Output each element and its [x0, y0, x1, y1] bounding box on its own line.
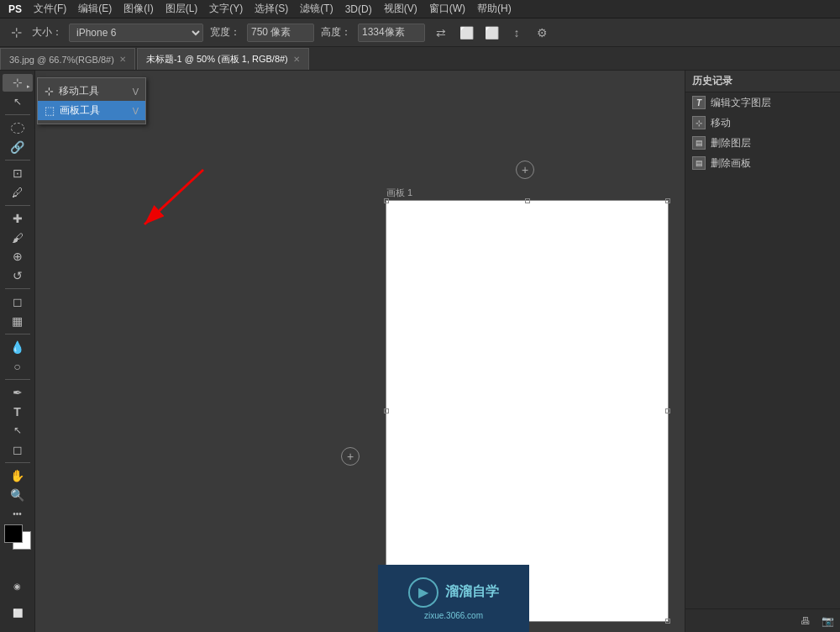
main-area: ⊹ ▸ ↖ 🔗 ⊡ 🖊 ✚ 🖌 ⊕ [0, 71, 840, 632]
tool-history-brush[interactable]: ↺ [3, 267, 33, 285]
tool-move[interactable]: ⊹ ▸ [3, 74, 33, 92]
handle-tl [384, 198, 389, 203]
tool-direct-selection[interactable]: ↖ [3, 93, 33, 111]
tool-indicator: ▸ [27, 83, 30, 90]
history-panel-header: 历史记录 [685, 71, 840, 92]
svg-line-1 [144, 170, 203, 224]
height-input[interactable] [358, 24, 425, 42]
menu-view[interactable]: 视图(V) [379, 0, 423, 18]
tool-panel-popup: ⊹ 移动工具 V ⬚ 画板工具 V [37, 77, 146, 124]
text-type-icon: T [696, 98, 701, 108]
tool-ellipse-select[interactable] [3, 119, 33, 137]
eyedropper-icon: 🖊 [12, 186, 24, 199]
watermark-url: zixue.3066.com [424, 611, 483, 620]
menu-layer[interactable]: 图层(L) [160, 0, 203, 18]
menu-filter[interactable]: 滤镜(T) [295, 0, 338, 18]
tool-eraser[interactable]: ◻ [3, 293, 33, 311]
tab-close-36jpg[interactable]: ✕ [119, 55, 126, 64]
tool-brush[interactable]: 🖌 [3, 229, 33, 246]
tool-healing[interactable]: ✚ [3, 210, 33, 228]
landscape-icon[interactable]: ⬜ [457, 24, 475, 42]
path-selection-icon: ↖ [13, 424, 22, 436]
history-item-2[interactable]: ▤ 删除图层 [685, 133, 840, 153]
tool-blur[interactable]: 💧 [3, 339, 33, 356]
panel-camera-btn[interactable]: 📷 [818, 612, 837, 630]
tool-crop[interactable]: ⊡ [3, 165, 33, 182]
crop-icon: ⊡ [13, 166, 23, 180]
menu-help[interactable]: 帮助(H) [472, 0, 517, 18]
tool-hand[interactable]: ✋ [3, 467, 33, 485]
tab-36jpg[interactable]: 36.jpg @ 66.7%(RGB/8#) ✕ [0, 48, 135, 70]
tool-shape[interactable]: ◻ [3, 441, 33, 459]
menu-window[interactable]: 窗口(W) [424, 0, 470, 18]
tool-panel-artboard-label: 画板工具 [60, 103, 100, 118]
blur-icon: 💧 [10, 340, 24, 354]
tool-clone[interactable]: ⊕ [3, 248, 33, 266]
handle-br [665, 619, 670, 624]
history-icon-delete-artboard: ▤ [692, 156, 706, 170]
tool-dodge[interactable]: ○ [3, 358, 33, 376]
menu-edit[interactable]: 编辑(E) [73, 0, 117, 18]
direct-selection-icon: ↖ [13, 96, 22, 108]
foreground-color[interactable] [4, 524, 23, 543]
tab-untitled[interactable]: 未标题-1 @ 50% (画板 1, RGB/8#) ✕ [137, 48, 309, 70]
history-icon-move: ⊹ [692, 116, 706, 129]
menu-ps[interactable]: PS [3, 2, 27, 17]
move-content-icon[interactable]: ↕ [507, 24, 526, 42]
tab-label-36jpg: 36.jpg @ 66.7%(RGB/8#) [9, 55, 114, 65]
watermark: ▶ 溜溜自学 zixue.3066.com [378, 565, 529, 632]
tool-screen-mode[interactable]: ⬜ [3, 600, 33, 625]
handle-tr [665, 198, 670, 203]
size-select[interactable]: iPhone 6 iPhone 6 Plus iPad 自定义 [69, 24, 203, 42]
color-swatch-container[interactable] [4, 524, 31, 551]
width-label: 宽度： [210, 25, 240, 40]
menu-image[interactable]: 图像(I) [118, 0, 158, 18]
tool-zoom[interactable]: 🔍 [3, 487, 33, 504]
tool-gradient[interactable]: ▦ [3, 313, 33, 330]
menu-file[interactable]: 文件(F) [29, 0, 71, 18]
artboard-label: 画板 1 [386, 187, 412, 199]
tool-type[interactable]: T [3, 403, 33, 421]
panel-footer: 🖷 📷 [685, 608, 840, 632]
left-toolbar: ⊹ ▸ ↖ 🔗 ⊡ 🖊 ✚ 🖌 ⊕ [0, 71, 35, 632]
tool-panel-move[interactable]: ⊹ 移动工具 V [38, 82, 145, 101]
tool-pen[interactable]: ✒ [3, 384, 33, 402]
tool-eyedropper[interactable]: 🖊 [3, 184, 33, 202]
history-item-1[interactable]: ⊹ 移动 [685, 113, 840, 133]
tool-lasso[interactable]: 🔗 [3, 139, 33, 156]
history-item-0[interactable]: T 编辑文字图层 [685, 92, 840, 113]
menu-select[interactable]: 选择(S) [249, 0, 293, 18]
menu-3d[interactable]: 3D(D) [340, 2, 377, 17]
bottom-tools: ◉ ⬜ [3, 573, 33, 629]
history-icon-text: T [692, 96, 706, 109]
eraser-icon: ◻ [13, 295, 23, 308]
menu-type[interactable]: 文字(Y) [204, 0, 248, 18]
history-item-3[interactable]: ▤ 删除画板 [685, 153, 840, 173]
artboard-canvas [386, 201, 668, 621]
tab-label-untitled: 未标题-1 @ 50% (画板 1, RGB/8#) [146, 53, 288, 66]
settings-icon[interactable]: ⚙ [533, 24, 551, 42]
shape-icon: ◻ [13, 443, 23, 456]
layer-delete-icon: ▤ [696, 139, 703, 147]
dodge-icon: ○ [13, 360, 20, 373]
add-artboard-top[interactable]: + [516, 161, 534, 179]
hand-icon: ✋ [10, 469, 24, 482]
type-icon: T [13, 405, 21, 419]
tool-quick-mask[interactable]: ◉ [3, 573, 33, 598]
canvas-area[interactable]: 画板 1 + + + [35, 71, 685, 632]
tool-path-selection[interactable]: ↖ [3, 422, 33, 440]
swap-icon[interactable]: ⇄ [432, 24, 450, 42]
tool-extra[interactable]: ••• [3, 505, 33, 523]
quick-mask-icon: ◉ [13, 582, 21, 591]
panel-new-snapshot-btn[interactable]: 🖷 [796, 612, 815, 630]
ellipse-select-icon [11, 123, 24, 134]
tab-close-untitled[interactable]: ✕ [293, 55, 300, 64]
color-swatches [4, 524, 31, 571]
handle-rm [665, 408, 670, 413]
width-input[interactable] [247, 24, 314, 42]
add-artboard-left[interactable]: + [341, 447, 360, 466]
history-brush-icon: ↺ [13, 269, 23, 282]
height-label: 高度： [321, 25, 351, 40]
portrait-icon[interactable]: ⬜ [482, 24, 501, 42]
tool-panel-artboard[interactable]: ⬚ 画板工具 V [38, 101, 145, 120]
